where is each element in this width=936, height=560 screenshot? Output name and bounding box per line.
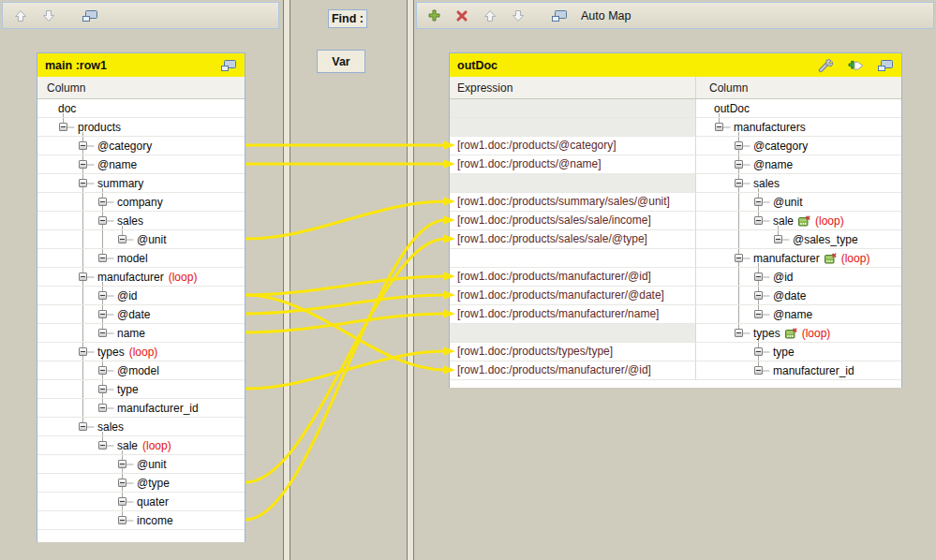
expression-cell[interactable]: [row1.doc:/products/sales/sale/@type] <box>450 230 696 249</box>
tree-row-name[interactable]: name <box>37 324 245 343</box>
expression-cell[interactable]: [row1.doc:/products/@category] <box>450 137 696 155</box>
mapping-link[interactable] <box>245 239 445 482</box>
collapse-toggle[interactable] <box>774 235 782 243</box>
mapping-link[interactable] <box>245 351 445 389</box>
tree-row-outDoc[interactable]: outDoc <box>696 99 901 118</box>
tree-row-sales[interactable]: sales <box>37 212 245 230</box>
collapse-toggle[interactable] <box>98 291 107 300</box>
collapse-toggle[interactable] <box>79 141 87 150</box>
collapse-toggle[interactable] <box>59 123 67 131</box>
tree-row-id[interactable]: @id <box>696 268 901 287</box>
tree-row-income[interactable]: income <box>37 511 245 530</box>
expression-cell[interactable] <box>450 174 696 193</box>
expression-cell[interactable]: [row1.doc:/products/@name] <box>450 155 696 174</box>
tree-row-sales_type[interactable]: @sales_type <box>696 230 901 249</box>
delete-button[interactable] <box>452 6 472 26</box>
up-arrow-button[interactable] <box>480 6 500 26</box>
collapse-toggle[interactable] <box>118 479 126 487</box>
tree-row-category[interactable]: @category <box>37 137 245 155</box>
tree-row-name[interactable]: @name <box>696 305 901 324</box>
collapse-toggle[interactable] <box>715 123 723 131</box>
tree-row-sales[interactable]: sales <box>37 418 245 436</box>
add-button[interactable] <box>423 6 444 26</box>
tree-row-unit[interactable]: @unit <box>37 455 245 474</box>
expression-cell[interactable]: [row1.doc:/products/types/type] <box>450 343 696 361</box>
mapping-link[interactable] <box>245 314 445 332</box>
tree-row-products[interactable]: products <box>37 118 245 137</box>
tree-row-name[interactable]: @name <box>696 155 901 174</box>
tree-row-sales[interactable]: sales <box>696 174 901 193</box>
expression-cell[interactable]: [row1.doc:/products/manufacturer/name] <box>450 305 696 324</box>
collapse-toggle[interactable] <box>754 347 763 356</box>
collapse-toggle[interactable] <box>98 366 107 375</box>
expression-cell[interactable]: [row1.doc:/products/manufacturer/@id] <box>450 361 696 380</box>
tree-row-types[interactable]: types(loop) <box>696 324 901 343</box>
tree-row-date[interactable]: @date <box>37 305 245 324</box>
find-button[interactable]: Find : <box>328 9 367 28</box>
tree-row-unit[interactable]: @unit <box>37 230 245 249</box>
collapse-toggle[interactable] <box>735 141 743 150</box>
collapse-toggle[interactable] <box>118 460 126 468</box>
collapse-toggle[interactable] <box>79 179 87 187</box>
down-arrow-button[interactable] <box>508 6 528 26</box>
tree-row-summary[interactable]: summary <box>37 174 245 193</box>
tree-row-manufacturer_id[interactable]: manufacturer_id <box>696 361 901 380</box>
collapse-toggle[interactable] <box>79 160 87 169</box>
tree-row-manufacturers[interactable]: manufacturers <box>696 118 901 137</box>
restore-window-icon[interactable] <box>220 58 237 72</box>
collapse-toggle[interactable] <box>754 366 763 375</box>
tree-row-id[interactable]: @id <box>37 287 245 305</box>
mapping-link[interactable] <box>245 295 445 314</box>
collapse-toggle[interactable] <box>735 179 743 187</box>
collapse-toggle[interactable] <box>754 273 763 281</box>
expression-cell[interactable]: [row1.doc:/products/sales/sale/income] <box>450 212 696 230</box>
collapse-toggle[interactable] <box>754 216 763 225</box>
collapse-toggle[interactable] <box>98 310 107 318</box>
down-arrow-button[interactable] <box>38 6 59 26</box>
tree-row-manufacturer[interactable]: manufacturer(loop) <box>37 268 245 287</box>
tree-row-unit[interactable]: @unit <box>696 193 901 212</box>
mapping-link[interactable] <box>245 201 445 239</box>
tree-row-manufacturer_id[interactable]: manufacturer_id <box>37 399 245 418</box>
mapping-link[interactable] <box>245 276 445 295</box>
auto-map-label[interactable]: Auto Map <box>581 9 631 22</box>
tree-row-type[interactable]: @type <box>37 474 245 493</box>
collapse-toggle[interactable] <box>98 404 107 412</box>
expression-cell[interactable] <box>450 99 696 118</box>
collapse-toggle[interactable] <box>735 254 743 262</box>
collapse-toggle[interactable] <box>98 254 107 262</box>
wrench-icon[interactable] <box>818 58 835 73</box>
tree-row-types[interactable]: types(loop) <box>37 343 245 361</box>
tree-row-sale[interactable]: sale(loop) <box>696 212 901 230</box>
tree-row-type[interactable]: type <box>696 343 901 361</box>
tree-row-date[interactable]: @date <box>696 287 901 305</box>
var-button[interactable]: Var <box>317 50 365 73</box>
tree-row-name[interactable]: @name <box>37 155 245 174</box>
collapse-toggle[interactable] <box>754 198 763 206</box>
collapse-toggle[interactable] <box>735 329 743 337</box>
restore-window-button[interactable] <box>549 6 570 26</box>
tree-row-manufacturer[interactable]: manufacturer(loop) <box>696 249 901 268</box>
collapse-toggle[interactable] <box>735 160 743 169</box>
tree-row-sale[interactable]: sale(loop) <box>37 436 245 455</box>
splitter-left[interactable] <box>283 0 290 560</box>
tree-row-company[interactable]: company <box>37 193 245 212</box>
expression-cell[interactable] <box>450 118 696 137</box>
collapse-toggle[interactable] <box>754 310 763 318</box>
collapse-toggle[interactable] <box>98 216 107 225</box>
collapse-toggle[interactable] <box>98 198 107 206</box>
add-child-icon[interactable] <box>847 58 865 73</box>
restore-window-icon[interactable] <box>877 58 894 73</box>
expression-cell[interactable]: [row1.doc:/products/manufacturer/@date] <box>450 287 696 305</box>
expression-cell[interactable]: [row1.doc:/products/summary/sales/@unit] <box>450 193 696 212</box>
up-arrow-button[interactable] <box>10 6 31 26</box>
collapse-toggle[interactable] <box>98 329 107 337</box>
splitter-right[interactable] <box>407 0 414 560</box>
tree-row-model[interactable]: @model <box>37 361 245 380</box>
mapping-link[interactable] <box>245 295 445 370</box>
expression-cell[interactable] <box>450 249 696 268</box>
collapse-toggle[interactable] <box>118 235 126 243</box>
collapse-toggle[interactable] <box>79 422 87 431</box>
collapse-toggle[interactable] <box>118 516 126 524</box>
collapse-toggle[interactable] <box>754 291 763 300</box>
